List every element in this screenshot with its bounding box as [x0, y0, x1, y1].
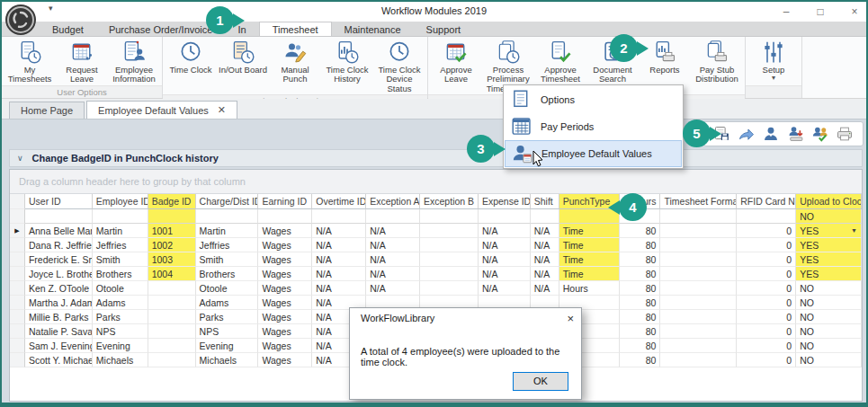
time-clock-device-status-button[interactable]: Time Clock Device Status	[373, 39, 425, 94]
grid-cell[interactable]: N/A	[479, 281, 531, 296]
grid-cell[interactable]: N/A	[366, 267, 420, 281]
grid-cell[interactable]: YES	[796, 238, 862, 252]
grid-cell[interactable]: 0	[737, 324, 796, 339]
grid-cell[interactable]: 80	[620, 252, 661, 267]
grid-cell[interactable]	[148, 324, 196, 339]
grid-cell[interactable]: N/A	[479, 252, 531, 267]
grid-cell[interactable]: 80	[620, 353, 661, 367]
grid-cell[interactable]: 0	[737, 281, 796, 296]
grid-cell[interactable]: Wages	[258, 224, 312, 238]
grid-cell[interactable]	[660, 296, 737, 310]
grid-cell[interactable]	[660, 353, 737, 367]
grid-cell[interactable]: 0	[737, 310, 796, 324]
grid-cell[interactable]: Brothers	[93, 267, 148, 281]
grid-cell[interactable]: Martha J. Adams	[25, 296, 93, 310]
grid-cell[interactable]: Adams	[196, 296, 259, 310]
dialog-close-icon[interactable]: ×	[567, 312, 574, 325]
grid-cell[interactable]: N/A	[312, 238, 366, 252]
grid-cell[interactable]	[420, 267, 479, 281]
grid-cell[interactable]	[660, 238, 737, 252]
grid-cell[interactable]: N/A	[366, 252, 420, 267]
column-header-rfid-card-no[interactable]: RFID Card No	[737, 194, 796, 209]
column-header-expense-id[interactable]: Expense ID	[479, 194, 531, 209]
grid-cell[interactable]: 0	[737, 238, 796, 252]
column-header-shift[interactable]: Shift	[531, 194, 559, 209]
menu-item-pay-periods[interactable]: Pay Periods	[505, 113, 682, 140]
grid-cell[interactable]: N/A	[366, 224, 420, 238]
grid-cell[interactable]: Evening	[93, 339, 148, 353]
grid-cell[interactable]: N/A	[366, 238, 420, 252]
combo-dropdown-icon[interactable]: ▼	[851, 226, 857, 234]
grid-cell[interactable]: N/A	[531, 252, 559, 267]
grid-cell[interactable]: Time	[559, 267, 620, 281]
grid-cell[interactable]: Hours	[559, 281, 620, 296]
ribbon-tab-budget[interactable]: Budget	[40, 22, 96, 36]
grid-cell[interactable]: Time	[559, 252, 620, 267]
filter-cell-employee-id[interactable]	[93, 209, 148, 224]
my-timesheets-button[interactable]: My Timesheets	[4, 39, 56, 85]
column-header-overtime-id[interactable]: Overtime ID	[312, 194, 366, 209]
column-header-badge-id[interactable]: Badge ID	[148, 194, 196, 209]
column-header-exception-b[interactable]: Exception B	[420, 194, 479, 209]
grid-cell[interactable]: Jeffries	[196, 238, 259, 252]
grid-cell[interactable]: Scott Y. Michaels	[25, 353, 93, 367]
grid-cell[interactable]: Wages	[258, 238, 312, 252]
grid-cell[interactable]: 0	[737, 252, 796, 267]
grid-cell[interactable]: Wages	[258, 339, 312, 353]
grid-cell[interactable]: N/A	[531, 238, 559, 252]
ribbon-tab-support[interactable]: Support	[414, 22, 474, 36]
grid-cell[interactable]	[420, 238, 479, 252]
grid-cell[interactable]: Sam J. Evening	[25, 339, 93, 353]
filter-cell-shift[interactable]	[531, 209, 559, 224]
grid-cell[interactable]: Parks	[196, 310, 259, 324]
grid-cell[interactable]	[148, 296, 196, 310]
employee-information-button[interactable]: Employee Information	[108, 39, 160, 85]
grid-cell[interactable]: N/A	[479, 238, 531, 252]
column-header-timesheet-format[interactable]: Timesheet Format	[660, 194, 737, 209]
grid-cell[interactable]: N/A	[531, 224, 559, 238]
grid-cell[interactable]: N/A	[312, 267, 366, 281]
grid-cell[interactable]: N/A	[531, 267, 559, 281]
grid-cell[interactable]: Smith	[93, 252, 148, 267]
share-icon[interactable]	[738, 125, 756, 143]
print-icon[interactable]	[836, 125, 854, 143]
grid-cell[interactable]: 80	[620, 281, 661, 296]
doc-tab-home-page[interactable]: Home Page	[9, 102, 85, 119]
grid-cell[interactable]: NO	[796, 339, 862, 353]
grid-cell[interactable]: 0	[737, 224, 796, 238]
column-header-charge-dist-id[interactable]: Charge/Dist ID	[196, 194, 259, 209]
employees-check-icon[interactable]	[811, 125, 829, 143]
grid-cell[interactable]: Wages	[258, 296, 312, 310]
grid-cell[interactable]: 80	[620, 224, 661, 238]
grid-cell[interactable]: 80	[620, 296, 661, 310]
grid-cell[interactable]: NPS	[93, 324, 148, 339]
column-header-earning-id[interactable]: Earning ID	[258, 194, 312, 209]
grid-cell[interactable]: Smith	[196, 252, 259, 267]
grid-cell[interactable]: 1003	[148, 252, 196, 267]
filter-cell-upload-to-clock[interactable]: NO	[796, 209, 862, 224]
column-header-employee-id[interactable]: Employee ID	[93, 194, 148, 209]
grid-cell[interactable]: Jeffries	[93, 238, 148, 252]
close-tab-icon[interactable]: ✕	[218, 104, 226, 116]
filter-cell-charge-dist-id[interactable]	[196, 209, 259, 224]
collapse-chevron-icon[interactable]: ∨	[17, 154, 23, 163]
ribbon-tab-timesheet[interactable]: Timesheet	[259, 22, 332, 36]
filter-cell-rfid-card-no[interactable]	[737, 209, 796, 224]
grid-cell[interactable]	[148, 353, 196, 367]
grid-cell[interactable]	[148, 310, 196, 324]
column-header-upload-to-clock[interactable]: Upload to Clock	[796, 194, 862, 209]
grid-cell[interactable]: Wages	[258, 252, 312, 267]
grid-cell[interactable]	[420, 224, 479, 238]
grid-cell[interactable]: Dana R. Jeffries	[25, 238, 93, 252]
grid-cell[interactable]: N/A	[479, 224, 531, 238]
grid-cell[interactable]: 0	[737, 267, 796, 281]
grid-cell[interactable]: Anna Belle Martin	[25, 224, 93, 238]
grid-cell[interactable]: 80	[620, 310, 661, 324]
grid-cell[interactable]: Wages	[258, 353, 312, 367]
doc-tab-employee-default-values[interactable]: Employee Default Values✕	[86, 101, 237, 119]
grid-cell[interactable]: NO	[796, 310, 862, 324]
time-clock-history-button[interactable]: Time Clock History	[321, 39, 373, 85]
grid-cell[interactable]: N/A	[479, 267, 531, 281]
grid-cell[interactable]: Joyce L. Brothers	[25, 267, 93, 281]
grid-cell[interactable]	[660, 281, 737, 296]
